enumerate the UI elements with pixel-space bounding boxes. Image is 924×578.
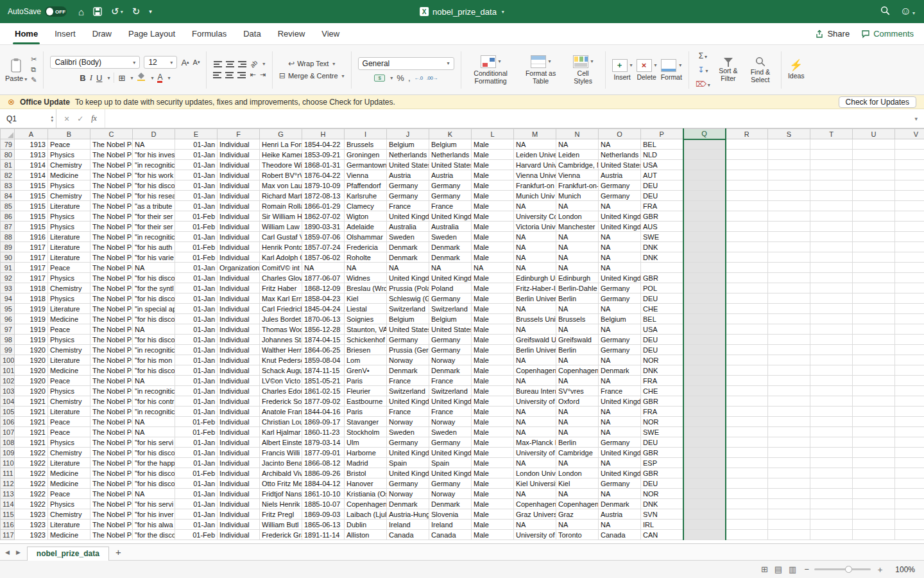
cell[interactable]: Kiel [345,293,387,304]
cell[interactable]: DNK [641,499,683,509]
cell[interactable]: Robert BV°rV [260,170,302,180]
cell[interactable]: The Nobel Pe [90,427,133,437]
cell[interactable]: The Nobel Pr [90,355,133,365]
cell[interactable]: United Kingd [599,448,641,458]
home-icon[interactable]: ⌂ [78,6,84,17]
cell[interactable]: Germany [387,437,429,448]
autosave-control[interactable]: AutoSave OFF [8,6,67,17]
cell[interactable]: Germany [599,335,641,345]
cell[interactable]: 1915 [15,222,48,232]
cell[interactable]: 1922 [15,468,48,478]
cell[interactable]: 1851-05-21 [302,376,345,386]
cell[interactable]: Paris [345,376,387,386]
cell[interactable] [768,376,810,386]
cell[interactable]: Henri La Font [260,139,302,150]
cell[interactable] [726,365,768,376]
cell[interactable]: France [599,386,641,396]
row-header[interactable]: 90 [1,252,15,263]
cell[interactable] [726,530,768,540]
cell[interactable] [853,314,895,324]
cell[interactable]: Berlin-Dahle [556,283,599,293]
cell[interactable]: 01-Feb [175,530,218,540]
cell[interactable]: Chemistry [48,396,90,407]
conditional-formatting-button[interactable]: ▾ Conditional Formatting [468,55,514,85]
cell[interactable]: Bureau Intern [514,386,556,396]
cell[interactable] [726,468,768,478]
cell[interactable]: Pfaffendorf [345,180,387,191]
cell[interactable]: NA [514,427,556,437]
cell[interactable]: Denmark [429,365,472,376]
cell[interactable]: "in special ap [133,304,175,314]
cell[interactable]: Berlin [556,293,599,304]
cell[interactable] [853,293,895,304]
cell[interactable]: NA [556,520,599,530]
cell[interactable]: Staunton, VA [345,324,387,335]
cell[interactable]: Switzerland [429,386,472,396]
cell[interactable]: NA [133,324,175,335]
cell[interactable]: 01-Jan [175,345,218,355]
cell[interactable]: 1921 [15,407,48,417]
cell[interactable]: Chemistry [48,448,90,458]
cell[interactable]: Manchester [556,222,599,232]
cell[interactable]: United Kingd [387,396,429,407]
cell[interactable]: 1858-04-23 [302,293,345,304]
cell[interactable]: United Kingd [599,211,641,222]
cell[interactable]: United Kingd [429,211,472,222]
cell[interactable] [810,478,853,489]
column-header-H[interactable]: H [302,129,345,139]
cell[interactable]: Brussels Univ [514,314,556,324]
cell[interactable]: FRA [641,376,683,386]
cell[interactable]: NA [599,304,641,314]
cell[interactable]: The Nobel Pr [90,458,133,468]
cell[interactable]: CAN [641,530,683,540]
cell[interactable]: "for his disco [133,314,175,324]
cell[interactable] [768,283,810,293]
cell[interactable]: NA [133,376,175,386]
cell[interactable] [683,520,726,530]
cell[interactable]: 01-Feb [175,211,218,222]
cell[interactable]: France [387,407,429,417]
cell[interactable]: United Kingd [599,396,641,407]
cell[interactable]: Male [472,499,514,509]
cell[interactable] [768,242,810,252]
cell[interactable]: Lom [345,355,387,365]
cell[interactable]: Leiden Unive [514,150,556,160]
cell[interactable]: NA [514,242,556,252]
decrease-decimal-icon[interactable]: .00→ [427,75,438,81]
cell[interactable]: Dublin [345,520,387,530]
cell[interactable]: Male [472,242,514,252]
cell[interactable] [726,211,768,222]
row-header[interactable]: 102 [1,376,15,386]
cell[interactable]: Individual [218,283,260,293]
cell[interactable]: The Nobel Pe [90,139,133,150]
cell[interactable] [810,396,853,407]
cell[interactable]: DNK [641,252,683,263]
cell[interactable]: Peace [48,376,90,386]
cell[interactable]: The Nobel Pr [90,437,133,448]
cell[interactable] [768,530,810,540]
cell[interactable]: DEU [641,345,683,355]
cell[interactable]: Male [472,437,514,448]
borders-icon[interactable]: ⊞ [118,73,125,83]
cell[interactable]: DEU [641,180,683,191]
cell[interactable]: Denmark [387,365,429,376]
cell[interactable]: 01-Jan [175,273,218,283]
cell[interactable]: 1866-01-29 [302,201,345,211]
cell[interactable] [683,242,726,252]
italic-button[interactable]: I [90,73,92,83]
cell[interactable]: ComitV© int [260,263,302,273]
cell[interactable] [895,489,924,499]
cell[interactable]: SWE [641,232,683,242]
cell[interactable]: Physics [48,180,90,191]
zoom-in-icon[interactable]: ＋ [876,564,884,575]
cell[interactable] [895,252,924,263]
cell[interactable]: NA [556,201,599,211]
cell[interactable] [726,345,768,355]
cell[interactable]: 1922 [15,499,48,509]
cell[interactable]: United Kingd [599,273,641,283]
cell[interactable]: Toronto [556,530,599,540]
cell[interactable] [853,252,895,263]
cell[interactable]: 1920 [15,365,48,376]
cell[interactable]: NA [599,427,641,437]
cell[interactable]: Norway [429,417,472,427]
